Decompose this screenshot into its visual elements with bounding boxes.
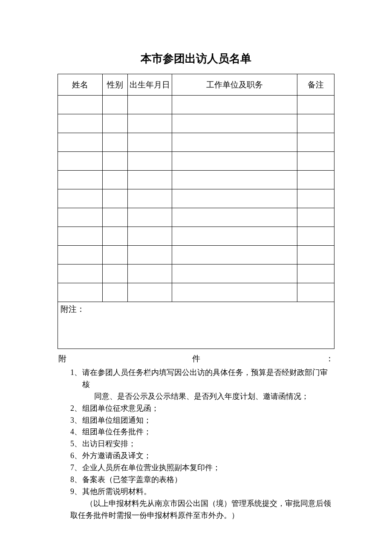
cell-unit: [172, 264, 297, 283]
attachment-item-number: 5、: [70, 438, 82, 450]
attachments-section: 附 件 ： 1、请在参团人员任务栏内填写因公出访的具体任务，预算是否经财政部门审…: [58, 353, 334, 522]
cell-dob: [128, 152, 172, 171]
cell-dob: [128, 227, 172, 246]
table-row: [58, 264, 334, 283]
page-title: 本市参团出访人员名单: [58, 51, 334, 66]
cell-name: [58, 152, 103, 171]
attachment-item: 8、备案表（已签字盖章的表格）: [82, 474, 334, 486]
attachment-item-number: 3、: [70, 415, 82, 427]
cell-note: [297, 133, 334, 152]
cell-name: [58, 246, 103, 264]
roster-table: 姓名 性别 出生年月日 工作单位及职务 备注 附注：: [58, 74, 334, 349]
cell-dob: [128, 283, 172, 302]
cell-unit: [172, 96, 297, 114]
cell-sex: [103, 171, 128, 189]
cell-note: [297, 152, 334, 171]
attachment-item-text: 组团单位任务批件；: [82, 427, 151, 436]
attachment-item-text: 外方邀请函及译文；: [82, 451, 151, 460]
table-row: [58, 227, 334, 246]
attachment-item: 3、组团单位组团通知；: [82, 415, 334, 427]
cell-unit: [172, 189, 297, 208]
att-heading-mid: 件: [192, 353, 200, 364]
attachment-item: 2、组团单位征求意见函；: [82, 403, 334, 415]
cell-note: [297, 189, 334, 208]
cell-dob: [128, 189, 172, 208]
attachment-item: 5、出访日程安排；: [82, 438, 334, 450]
cell-dob: [128, 96, 172, 114]
attachment-item-number: 8、: [70, 474, 82, 486]
cell-name: [58, 189, 103, 208]
attachment-item-sub: 同意、是否公示及公示结果、是否列入年度计划、邀请函情况；: [82, 391, 334, 403]
cell-sex: [103, 114, 128, 133]
cell-dob: [128, 171, 172, 189]
attachment-item-number: 4、: [70, 426, 82, 438]
cell-unit: [172, 283, 297, 302]
attachment-item-number: 7、: [70, 462, 82, 474]
cell-unit: [172, 227, 297, 246]
attachment-item-text: 备案表（已签字盖章的表格）: [82, 475, 182, 484]
table-row: [58, 189, 334, 208]
roster-body: [58, 96, 334, 302]
cell-sex: [103, 133, 128, 152]
cell-name: [58, 227, 103, 246]
attachment-item-number: 2、: [70, 403, 82, 415]
att-heading-right: ：: [326, 353, 334, 364]
cell-name: [58, 171, 103, 189]
cell-note: [297, 283, 334, 302]
attachment-item-text: 组团单位组团通知；: [82, 416, 151, 424]
table-row: [58, 208, 334, 227]
cell-sex: [103, 152, 128, 171]
cell-sex: [103, 208, 128, 227]
attachment-item-text: 请在参团人员任务栏内填写因公出访的具体任务，预算是否经财政部门审核: [82, 368, 328, 389]
cell-dob: [128, 114, 172, 133]
cell-sex: [103, 246, 128, 264]
cell-note: [297, 208, 334, 227]
cell-dob: [128, 246, 172, 264]
attachment-item-number: 1、: [70, 367, 82, 379]
attachment-item-number: 6、: [70, 450, 82, 462]
cell-unit: [172, 133, 297, 152]
cell-name: [58, 133, 103, 152]
cell-unit: [172, 208, 297, 227]
cell-dob: [128, 133, 172, 152]
cell-sex: [103, 283, 128, 302]
cell-dob: [128, 208, 172, 227]
attachment-item-text: 企业人员所在单位营业执照副本复印件；: [82, 463, 220, 472]
attachment-item-text: 出访日程安排；: [82, 439, 136, 448]
cell-dob: [128, 264, 172, 283]
attachments-list: 1、请在参团人员任务栏内填写因公出访的具体任务，预算是否经财政部门审核同意、是否…: [58, 367, 334, 498]
cell-sex: [103, 96, 128, 114]
footnote-cell: 附注：: [58, 302, 334, 349]
attachment-item: 9、其他所需说明材料。: [82, 486, 334, 498]
table-header-row: 姓名 性别 出生年月日 工作单位及职务 备注: [58, 74, 334, 96]
header-dob: 出生年月日: [128, 74, 172, 96]
header-unit: 工作单位及职务: [172, 74, 297, 96]
header-name: 姓名: [58, 74, 103, 96]
attachments-tail: （以上申报材料先从南京市因公出国（境）管理系统提交，审批同意后领取任务批件时需报…: [46, 498, 334, 522]
cell-note: [297, 227, 334, 246]
table-row: [58, 114, 334, 133]
table-row: [58, 96, 334, 114]
cell-name: [58, 114, 103, 133]
cell-note: [297, 171, 334, 189]
cell-name: [58, 96, 103, 114]
cell-unit: [172, 114, 297, 133]
cell-note: [297, 246, 334, 264]
attachment-item-number: 9、: [70, 486, 82, 498]
header-sex: 性别: [103, 74, 128, 96]
header-note: 备注: [297, 74, 334, 96]
cell-name: [58, 208, 103, 227]
table-row: [58, 133, 334, 152]
cell-sex: [103, 189, 128, 208]
table-row: [58, 171, 334, 189]
cell-note: [297, 264, 334, 283]
cell-sex: [103, 264, 128, 283]
att-heading-left: 附: [58, 353, 66, 364]
attachment-item: 7、企业人员所在单位营业执照副本复印件；: [82, 462, 334, 474]
cell-unit: [172, 152, 297, 171]
attachment-item: 6、外方邀请函及译文；: [82, 450, 334, 462]
cell-name: [58, 283, 103, 302]
attachment-item-text: 其他所需说明材料。: [82, 487, 151, 496]
attachment-item: 4、组团单位任务批件；: [82, 426, 334, 438]
cell-note: [297, 114, 334, 133]
